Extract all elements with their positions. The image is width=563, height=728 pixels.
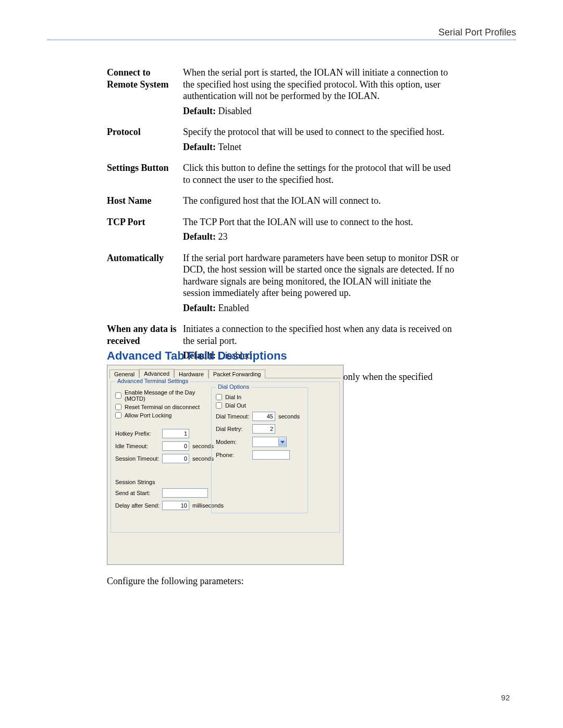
term: Automatically [107, 252, 183, 264]
header-rule [47, 40, 516, 40]
field-idle-timeout: Idle Timeout: seconds [115, 441, 209, 451]
field-dial-timeout: Dial Timeout: seconds [216, 412, 303, 421]
def-row: Connect to Remote System When the serial… [107, 67, 459, 117]
term: Connect to Remote System [107, 67, 183, 90]
tab-packet-forwarding[interactable]: Packet Forwarding [209, 369, 266, 378]
desc-text: When the serial port is started, the IOL… [183, 67, 448, 101]
desc-text: The configured host that the IOLAN will … [183, 195, 381, 206]
group-advanced-terminal-settings: Advanced Terminal Settings Enable Messag… [111, 381, 340, 533]
section-heading: Advanced Tab Field Descriptions [107, 349, 287, 363]
checkbox-label: Dial In [225, 394, 241, 400]
body-text: Configure the following parameters: [107, 576, 243, 587]
term: TCP Port [107, 216, 183, 228]
field-label: Hotkey Prefix: [115, 430, 162, 437]
phone-input[interactable] [252, 450, 290, 460]
idle-timeout-input[interactable] [162, 441, 189, 451]
default-label: Default: [183, 303, 216, 313]
tab-hardware[interactable]: Hardware [174, 369, 209, 378]
checkbox-input[interactable] [216, 394, 222, 400]
field-label: Phone: [216, 452, 252, 458]
checkbox-input[interactable] [115, 392, 121, 399]
session-timeout-input[interactable] [162, 454, 189, 463]
subgroup-session-strings: Session Strings [115, 479, 209, 485]
desc-text: If the serial port hardware parameters h… [183, 253, 459, 299]
field-dial-retry: Dial Retry: [216, 424, 303, 434]
field-send-at-start: Send at Start: [115, 488, 209, 498]
term: When any data is received [107, 323, 183, 347]
field-label: Session Timeout: [115, 455, 162, 462]
unit: seconds [192, 455, 214, 462]
group-title: Dial Options [216, 384, 251, 390]
header-right: Serial Port Profiles [47, 27, 516, 38]
field-modem: Modem: [216, 437, 303, 447]
default-label: Default: [183, 142, 216, 152]
desc-text: Initiates a connection to the specified … [183, 324, 452, 346]
field-hotkey-prefix: Hotkey Prefix: [115, 429, 209, 438]
term: Settings Button [107, 162, 183, 174]
field-label: Delay after Send: [115, 502, 162, 509]
desc: The configured host that the IOLAN will … [183, 195, 459, 207]
def-row: TCP Port The TCP Port that the IOLAN wil… [107, 216, 459, 243]
desc: Click this button to define the settings… [183, 162, 459, 186]
default-val: 23 [218, 231, 227, 242]
desc: When the serial port is started, the IOL… [183, 67, 459, 117]
field-label: Modem: [216, 439, 252, 445]
hotkey-prefix-input[interactable] [162, 429, 189, 438]
def-row: Protocol Specify the protocol that will … [107, 126, 459, 153]
tab-advanced[interactable]: Advanced [139, 369, 174, 378]
checkbox-input[interactable] [115, 412, 121, 418]
delay-after-send-input[interactable] [162, 501, 189, 510]
desc-text: The TCP Port that the IOLAN will use to … [183, 217, 413, 227]
unit: seconds [278, 413, 300, 419]
default-label: Default: [183, 231, 216, 242]
default-label: Default: [183, 106, 216, 116]
term: Host Name [107, 195, 183, 207]
field-label: Dial Retry: [216, 426, 252, 432]
field-phone: Phone: [216, 450, 303, 460]
checkbox-label: Allow Port Locking [125, 412, 172, 418]
checkbox-motd[interactable]: Enable Message of the Day (MOTD) [115, 389, 209, 402]
group-dial-options: Dial Options Dial In Dial Out Dial Timeo… [211, 387, 308, 513]
desc: If the serial port hardware parameters h… [183, 252, 459, 314]
send-at-start-input[interactable] [162, 488, 208, 498]
dial-timeout-input[interactable] [252, 412, 275, 421]
modem-select[interactable] [252, 437, 287, 447]
checkbox-label: Dial Out [225, 402, 246, 409]
tab-general[interactable]: General [109, 369, 139, 378]
checkbox-input[interactable] [216, 402, 222, 409]
checkbox-label: Enable Message of the Day (MOTD) [125, 389, 209, 402]
desc: The TCP Port that the IOLAN will use to … [183, 216, 459, 243]
dialog-screenshot: General Advanced Hardware Packet Forward… [107, 365, 344, 565]
term: Protocol [107, 126, 183, 138]
unit: seconds [192, 443, 214, 449]
checkbox-allow-port-locking[interactable]: Allow Port Locking [115, 412, 209, 418]
default-val: Enabled [218, 303, 249, 313]
checkbox-dial-out[interactable]: Dial Out [216, 402, 303, 409]
field-label: Send at Start: [115, 490, 162, 496]
left-column: Enable Message of the Day (MOTD) Reset T… [115, 387, 209, 513]
chevron-down-icon [278, 438, 286, 446]
dial-retry-input[interactable] [252, 424, 275, 434]
def-row: Automatically If the serial port hardwar… [107, 252, 459, 314]
checkbox-dial-in[interactable]: Dial In [216, 394, 303, 400]
checkbox-reset-terminal[interactable]: Reset Terminal on disconnect [115, 404, 209, 410]
desc-text: Specify the protocol that will be used t… [183, 127, 444, 137]
field-label: Idle Timeout: [115, 443, 162, 449]
checkbox-label: Reset Terminal on disconnect [125, 404, 200, 410]
desc: Specify the protocol that will be used t… [183, 126, 459, 153]
desc-text: Click this button to define the settings… [183, 163, 450, 185]
default-val: Disabled [218, 106, 251, 116]
tab-strip: General Advanced Hardware Packet Forward… [107, 365, 343, 378]
field-label: Dial Timeout: [216, 413, 252, 419]
field-session-timeout: Session Timeout: seconds [115, 454, 209, 463]
def-row: Host Name The configured host that the I… [107, 195, 459, 207]
page-number: 92 [501, 693, 510, 702]
default-val: Telnet [218, 142, 241, 152]
group-title: Advanced Terminal Settings [115, 378, 190, 384]
def-row: Settings Button Click this button to def… [107, 162, 459, 186]
checkbox-input[interactable] [115, 404, 121, 410]
field-delay-after-send: Delay after Send: milliseconds [115, 501, 209, 510]
